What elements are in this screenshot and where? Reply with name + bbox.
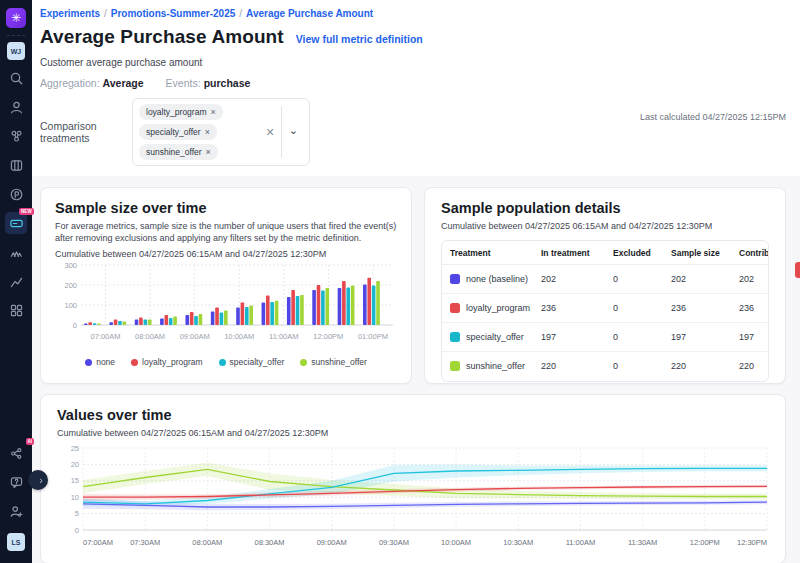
chip-remove-icon[interactable]: × [206, 147, 211, 157]
chip-remove-icon[interactable]: × [205, 127, 210, 137]
svg-text:11:00AM: 11:00AM [269, 332, 298, 341]
col-treatment: Treatment [442, 241, 537, 265]
columns-icon[interactable] [5, 154, 27, 176]
svg-text:25: 25 [71, 444, 79, 453]
values-title: Values over time [57, 407, 769, 423]
sample-size-range: Cumulative between 04/27/2025 06:15AM an… [55, 249, 397, 259]
svg-text:20: 20 [71, 460, 79, 469]
svg-text:09:30AM: 09:30AM [379, 538, 409, 547]
values-range: Cumulative between 04/27/2025 06:15AM an… [57, 428, 769, 438]
chip-specialty-offer[interactable]: specialty_offer× [139, 124, 217, 140]
help-chat-icon[interactable] [5, 471, 27, 493]
segments-cluster-icon[interactable] [5, 125, 27, 147]
svg-text:07:00AM: 07:00AM [83, 538, 113, 547]
comparison-treatments-label: Comparison treatments [40, 120, 132, 144]
aggregation-row: Aggregation:Average Events:purchase [40, 77, 786, 89]
cell-contributors: 236 [735, 294, 768, 323]
invite-user-icon[interactable] [5, 500, 27, 522]
pulse-icon[interactable] [5, 183, 27, 205]
workspace-avatar[interactable]: WJ [7, 42, 25, 60]
sample-size-description: For average metrics, sample size is the … [55, 220, 407, 244]
cell-contributors: 197 [735, 323, 768, 352]
chip-label: loyalty_program [146, 107, 206, 117]
cell-in-treatment: 197 [537, 323, 609, 352]
svg-text:10:00AM: 10:00AM [441, 538, 471, 547]
search-icon[interactable] [5, 67, 27, 89]
col-in-treatment: In treatment [537, 241, 609, 265]
last-calculated-text: Last calculated 04/27/2025 12:15PM [640, 112, 786, 122]
values-chart: 051015202507:00AM07:30AM08:00AM08:30AM09… [57, 442, 773, 556]
chip-sunshine-offer[interactable]: sunshine_offer× [139, 144, 218, 160]
svg-text:07:30AM: 07:30AM [130, 538, 160, 547]
line-chart-icon[interactable] [5, 270, 27, 292]
legend-dot [131, 359, 138, 366]
cell-in-treatment: 220 [537, 352, 609, 381]
legend-item-loyalty: loyalty_program [131, 357, 202, 367]
apps-grid-icon[interactable] [5, 299, 27, 321]
chip-label: sunshine_offer [146, 147, 202, 157]
svg-text:07:00AM: 07:00AM [90, 332, 120, 341]
svg-text:12:30PM: 12:30PM [737, 538, 767, 547]
feedback-tab[interactable] [795, 262, 800, 278]
cell-excluded: 0 [609, 294, 667, 323]
main-content: Experiments / Promotions-Summer-2025 / A… [32, 0, 800, 563]
sample-size-title: Sample size over time [55, 200, 397, 216]
ai-assistant-icon[interactable]: AI [5, 442, 27, 464]
user-avatar-initials: LS [7, 533, 25, 551]
table-row: specialty_offer 197 0 197 197 [442, 323, 768, 352]
svg-text:08:00AM: 08:00AM [192, 538, 222, 547]
cell-contributors: 202 [735, 265, 768, 294]
svg-text:11:30AM: 11:30AM [628, 538, 657, 547]
table-row: sunshine_offer 220 0 220 220 [442, 352, 768, 381]
sidebar-divider [7, 35, 25, 36]
aggregation-value: Average [103, 77, 144, 89]
population-details-card: Sample population details Cumulative bet… [424, 187, 786, 384]
treatment-name: sunshine_offer [466, 361, 533, 371]
svg-text:0: 0 [75, 526, 79, 535]
chip-remove-icon[interactable]: × [210, 107, 215, 117]
events-label: Events: [166, 77, 201, 89]
breadcrumb: Experiments / Promotions-Summer-2025 / A… [40, 8, 786, 19]
col-contributors: Contributors [735, 241, 768, 265]
cell-sample-size: 202 [667, 265, 735, 294]
chip-loyalty-program[interactable]: loyalty_program× [139, 104, 223, 120]
population-range: Cumulative between 04/27/2025 06:15AM an… [441, 221, 769, 231]
cell-in-treatment: 202 [537, 265, 609, 294]
user-avatar[interactable]: LS [5, 531, 27, 553]
svg-text:10:00AM: 10:00AM [224, 332, 254, 341]
new-badge: NEW [19, 208, 34, 215]
sidebar-expand-handle[interactable]: › [28, 470, 48, 490]
breadcrumb-separator: / [239, 8, 242, 19]
page-header: Experiments / Promotions-Summer-2025 / A… [32, 0, 800, 176]
breadcrumb-experiments[interactable]: Experiments [40, 8, 100, 19]
metrics-console-icon[interactable]: NEW [5, 212, 27, 234]
legend-dot [219, 359, 226, 366]
cell-excluded: 0 [609, 352, 667, 381]
experiments-icon[interactable] [5, 241, 27, 263]
chevron-down-icon[interactable]: ⌄ [282, 124, 303, 140]
table-row: loyalty_program 236 0 236 236 [442, 294, 768, 323]
treatments-multiselect[interactable]: loyalty_program× specialty_offer× sunshi… [132, 98, 310, 166]
comparison-row: Comparison treatments loyalty_program× s… [40, 98, 786, 166]
treatment-swatch [450, 332, 460, 342]
app-logo-icon[interactable]: ✳ [6, 8, 26, 28]
svg-text:01:00PM: 01:00PM [358, 332, 388, 341]
view-metric-definition-link[interactable]: View full metric definition [296, 33, 423, 45]
svg-text:5: 5 [75, 509, 79, 518]
svg-text:0: 0 [73, 321, 77, 330]
clear-all-icon[interactable]: ✕ [260, 126, 281, 139]
treatment-name: specialty_offer [466, 332, 533, 342]
aggregation-label: Aggregation: [40, 77, 100, 89]
metric-description: Customer average purchase amount [40, 57, 786, 68]
cell-excluded: 0 [609, 323, 667, 352]
svg-text:300: 300 [64, 261, 77, 270]
legend-dot [300, 359, 307, 366]
legend-item-sunshine: sunshine_offer [300, 357, 367, 367]
breadcrumb-experiment-name[interactable]: Promotions-Summer-2025 [111, 8, 235, 19]
treatment-swatch [450, 303, 460, 313]
treatment-swatch [450, 361, 460, 371]
sample-size-legend: none loyalty_program specialty_offer sun… [55, 357, 397, 367]
user-icon[interactable] [5, 96, 27, 118]
treatment-name: none (baseline) [466, 274, 533, 284]
ai-badge: AI [26, 438, 35, 445]
